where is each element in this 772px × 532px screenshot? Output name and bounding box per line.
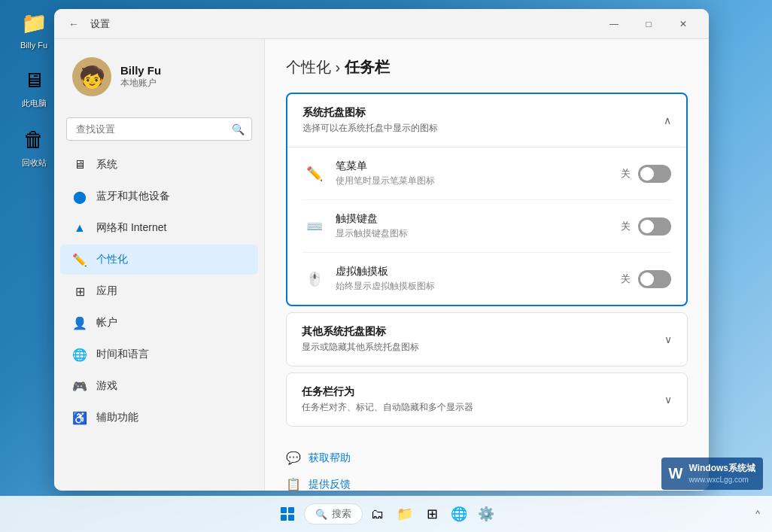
nav-label-accounts: 帐户 xyxy=(96,316,117,330)
feedback-icon: 📋 xyxy=(286,477,301,491)
close-button[interactable]: ✕ xyxy=(667,12,700,36)
virtual-touchpad-toggle[interactable] xyxy=(638,270,671,288)
breadcrumb-parent: 个性化 xyxy=(286,59,331,75)
setting-row-info-kb: 触摸键盘 显示触摸键盘图标 xyxy=(336,212,621,240)
section-system-tray: 系统托盘图标 选择可以在系统托盘中显示的图标 ∧ ✏️ 笔菜单 使用笔时显示笔菜… xyxy=(286,93,688,306)
watermark-title: Windows系统城 xyxy=(688,462,755,475)
pen-menu-knob xyxy=(640,167,654,181)
sidebar-item-accounts[interactable]: 👤 帐户 xyxy=(60,308,258,338)
pen-menu-title: 笔菜单 xyxy=(336,160,621,173)
section-taskbar-behavior: 任务栏行为 任务栏对齐、标记、自动隐藏和多个显示器 ∨ xyxy=(286,372,688,427)
sidebar-item-bluetooth[interactable]: ⬤ 蓝牙和其他设备 xyxy=(60,181,258,211)
nav-label-gaming: 游戏 xyxy=(96,379,117,393)
accordion-header-system-tray[interactable]: 系统托盘图标 选择可以在系统托盘中显示的图标 ∧ xyxy=(287,94,686,147)
system-icon: 🖥 xyxy=(72,157,87,172)
accordion-title-group-2: 其他系统托盘图标 显示或隐藏其他系统托盘图标 xyxy=(302,325,664,354)
apps-icon: ⊞ xyxy=(72,284,87,299)
nav-label-personalize: 个性化 xyxy=(96,253,128,266)
accessibility-icon: ♿ xyxy=(72,410,87,425)
start-button[interactable] xyxy=(274,500,301,527)
title-bar: ← 设置 — □ ✕ xyxy=(54,9,709,39)
touch-keyboard-title: 触摸键盘 xyxy=(336,212,621,226)
user-avatar: 🧒 xyxy=(72,57,111,96)
nav-label-network: 网络和 Internet xyxy=(96,221,166,235)
taskbar-settings-icon[interactable]: ⚙️ xyxy=(474,502,498,526)
accordion-title-group-3: 任务栏行为 任务栏对齐、标记、自动隐藏和多个显示器 xyxy=(302,385,664,414)
other-tray-subtitle: 显示或隐藏其他系统托盘图标 xyxy=(302,341,664,354)
accordion-content-system-tray: ✏️ 笔菜单 使用笔时显示笔菜单图标 关 xyxy=(287,147,686,305)
taskbar-center: 🔍 搜索 🗂 📁 ⊞ 🌐 ⚙️ xyxy=(274,500,498,527)
section-other-tray: 其他系统托盘图标 显示或隐藏其他系统托盘图标 ∨ xyxy=(286,312,688,366)
get-help-link[interactable]: 💬 获取帮助 xyxy=(286,445,688,471)
start-icon xyxy=(281,507,294,521)
setting-row-info-tp: 虚拟触摸板 始终显示虚拟触摸板图标 xyxy=(336,265,621,293)
accordion-subtitle: 选择可以在系统托盘中显示的图标 xyxy=(302,122,664,135)
taskbar-behavior-subtitle: 任务栏对齐、标记、自动隐藏和多个显示器 xyxy=(302,401,664,414)
accounts-icon: 👤 xyxy=(72,315,87,330)
settings-window: ← 设置 — □ ✕ 🧒 Billy Fu 本地账户 xyxy=(54,9,709,491)
taskbar-grid-icon[interactable]: ⊞ xyxy=(420,502,444,526)
chevron-down-icon-1: ∨ xyxy=(664,333,672,345)
taskbar-overflow-chevron[interactable]: ^ xyxy=(752,506,763,522)
desktop-icon-label-computer: 此电脑 xyxy=(22,98,47,109)
sidebar-item-personalize[interactable]: ✏️ 个性化 xyxy=(60,245,258,275)
pen-menu-subtitle: 使用笔时显示笔菜单图标 xyxy=(336,175,621,187)
breadcrumb-current: 任务栏 xyxy=(345,59,390,75)
minimize-button[interactable]: — xyxy=(597,12,631,36)
desktop-icon-label: Billy Fu xyxy=(20,41,47,50)
breadcrumb-separator: › xyxy=(336,59,345,75)
window-title: 设置 xyxy=(90,17,110,31)
sidebar-item-system[interactable]: 🖥 系统 xyxy=(60,150,258,180)
sidebar-item-gaming[interactable]: 🎮 游戏 xyxy=(60,371,258,401)
time-icon: 🌐 xyxy=(72,347,87,362)
computer-icon: 🖥 xyxy=(19,65,49,95)
settings-sidebar: 🧒 Billy Fu 本地账户 🔍 🖥 系统 ⬤ 蓝牙和其他设备 xyxy=(54,39,265,491)
user-section[interactable]: 🧒 Billy Fu 本地账户 xyxy=(60,48,258,111)
maximize-button[interactable]: □ xyxy=(632,12,665,36)
feedback-label: 提供反馈 xyxy=(308,478,351,491)
pen-menu-toggle[interactable] xyxy=(638,165,671,183)
taskbar: 🔍 搜索 🗂 📁 ⊞ 🌐 ⚙️ ^ xyxy=(0,496,772,532)
sidebar-item-network[interactable]: ▲ 网络和 Internet xyxy=(60,213,258,243)
sidebar-item-time-language[interactable]: 🌐 时间和语言 xyxy=(60,339,258,369)
sidebar-item-apps[interactable]: ⊞ 应用 xyxy=(60,276,258,306)
virtual-touchpad-icon: 🖱️ xyxy=(302,267,327,291)
search-input[interactable] xyxy=(66,117,252,141)
setting-row-touch-keyboard: ⌨️ 触摸键盘 显示触摸键盘图标 关 xyxy=(302,200,671,253)
other-tray-title: 其他系统托盘图标 xyxy=(302,325,664,339)
nav-label-bluetooth: 蓝牙和其他设备 xyxy=(96,190,170,203)
pen-menu-toggle-label: 关 xyxy=(621,167,631,181)
get-help-icon: 💬 xyxy=(286,451,301,465)
settings-body: 🧒 Billy Fu 本地账户 🔍 🖥 系统 ⬤ 蓝牙和其他设备 xyxy=(54,39,709,491)
taskbar-edge-icon[interactable]: 🌐 xyxy=(447,502,471,526)
touch-keyboard-toggle[interactable] xyxy=(638,217,671,236)
accordion-header-other-tray[interactable]: 其他系统托盘图标 显示或隐藏其他系统托盘图标 ∨ xyxy=(287,313,687,366)
desktop-icon-computer[interactable]: 🖥 此电脑 xyxy=(8,65,60,109)
taskbar-search-icon: 🔍 xyxy=(315,509,327,520)
setting-row-pen-menu: ✏️ 笔菜单 使用笔时显示笔菜单图标 关 xyxy=(302,147,671,200)
taskbar-folder-icon[interactable]: 📁 xyxy=(393,502,417,526)
taskbar-search[interactable]: 🔍 搜索 xyxy=(304,503,363,524)
accordion-title: 系统托盘图标 xyxy=(302,106,664,120)
touch-keyboard-knob xyxy=(640,220,654,233)
bottom-links: 💬 获取帮助 📋 提供反馈 xyxy=(286,439,688,491)
nav-label-accessibility: 辅助功能 xyxy=(96,411,138,424)
accordion-header-behavior[interactable]: 任务栏行为 任务栏对齐、标记、自动隐藏和多个显示器 ∨ xyxy=(287,373,687,426)
desktop-icon-recycle[interactable]: 🗑 回收站 xyxy=(8,124,60,169)
folder-icon: 📁 xyxy=(19,8,49,38)
desktop-icon-label-recycle: 回收站 xyxy=(22,157,47,169)
watermark: W Windows系统城 www.wxcLgg.com xyxy=(661,458,763,490)
virtual-touchpad-toggle-label: 关 xyxy=(621,272,631,286)
get-help-label: 获取帮助 xyxy=(308,451,351,465)
virtual-touchpad-subtitle: 始终显示虚拟触摸板图标 xyxy=(336,280,621,293)
back-button[interactable]: ← xyxy=(63,14,84,35)
desktop-icon-user[interactable]: 📁 Billy Fu xyxy=(8,8,60,50)
feedback-link[interactable]: 📋 提供反馈 xyxy=(286,471,688,491)
taskbar-explorer-icon[interactable]: 🗂 xyxy=(366,502,390,526)
touch-keyboard-control: 关 xyxy=(621,217,671,236)
network-icon: ▲ xyxy=(72,220,87,236)
sidebar-item-accessibility[interactable]: ♿ 辅助功能 xyxy=(60,403,258,433)
start-sq-2 xyxy=(288,507,294,513)
user-subtitle: 本地账户 xyxy=(120,77,246,90)
start-sq-1 xyxy=(281,507,287,513)
